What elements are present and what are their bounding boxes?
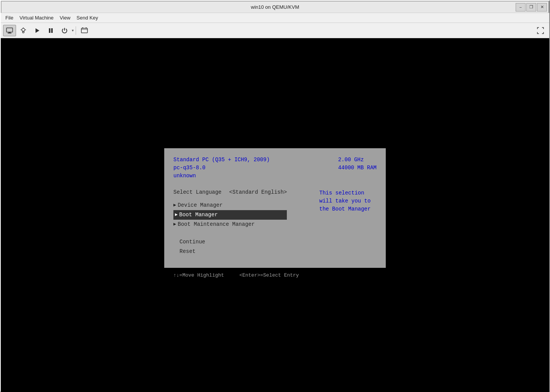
footer-hint-2: <Enter>=Select Entry [239,272,299,278]
toolbar: ▾ [1,23,549,38]
pause-icon [47,27,54,34]
arrow-icon-1: ▶ [175,211,178,219]
power-button[interactable] [58,25,71,36]
window-controls: − ❐ ✕ [516,3,547,11]
arrow-icon-2: ▶ [173,220,176,229]
display-icon [6,27,13,34]
menu-item-device-manager[interactable]: ▶ Device Manager [173,201,287,210]
svg-rect-4 [23,31,24,33]
action-reset[interactable]: Reset [180,247,287,256]
bios-header-left: Standard PC (Q35 + ICH9, 2009) pc-q35-8.… [173,156,270,180]
title-bar: win10 on QEMU/KVM − ❐ ✕ [1,1,549,13]
menu-item-label-0: Device Manager [178,201,223,210]
menu-item-boot-maintenance[interactable]: ▶ Boot Maintenance Manager [173,220,287,229]
svg-rect-1 [8,32,11,33]
play-icon [34,27,40,34]
bios-container: Standard PC (Q35 + ICH9, 2009) pc-q35-8.… [164,148,386,283]
main-content: Standard PC (Q35 + ICH9, 2009) pc-q35-8.… [1,38,549,392]
bios-machine: pc-q35-8.0 [173,164,270,172]
menu-item-label-1: Boot Manager [179,210,218,220]
action-continue[interactable]: Continue [180,237,287,247]
fullscreen-button[interactable] [534,25,547,36]
bios-footer: ↑↓=Move Highlight <Enter>=Select Entry [164,268,386,283]
bios-status: unknown [173,172,270,180]
menu-item-label-2: Boot Maintenance Manager [178,220,255,229]
restore-button[interactable]: ❐ [526,3,536,11]
power-dropdown[interactable]: ▾ [72,28,74,32]
svg-point-3 [22,28,25,31]
screenshot-button[interactable] [78,25,91,36]
bios-menu-items: ▶ Device Manager ▶ Boot Manager ▶ Boot M… [173,201,287,230]
svg-marker-8 [36,28,39,33]
svg-rect-2 [8,33,11,34]
svg-rect-12 [82,28,83,28]
play-button[interactable] [31,25,44,36]
bios-left-panel: Select Language <Standard English> ▶ Dev… [173,189,287,256]
bios-actions: Continue Reset [173,237,287,256]
svg-rect-9 [49,28,50,33]
window-title: win10 on QEMU/KVM [251,4,299,10]
fullscreen-icon [537,27,544,34]
display-button[interactable] [3,25,16,36]
select-language-value: <Standard English> [229,189,287,195]
menu-view[interactable]: View [57,14,73,21]
bios-cpu: 2.00 GHz [338,156,377,164]
bios-ram: 44000 MB RAM [338,164,377,172]
svg-rect-13 [86,28,87,28]
select-language-label: Select Language [173,189,222,195]
toolbar-separator [76,26,76,35]
bulb-icon [20,27,27,34]
bios-model: Standard PC (Q35 + ICH9, 2009) [173,156,270,164]
bios-header-right: 2.00 GHz 44000 MB RAM [338,156,377,180]
svg-rect-0 [6,28,13,32]
bios-right-panel: This selection will take you to the Boot… [315,189,377,256]
arrow-icon-0: ▶ [173,201,176,210]
menu-send-key[interactable]: Send Key [73,14,101,21]
menu-file[interactable]: File [2,14,16,21]
menu-bar: File Virtual Machine View Send Key [1,13,549,23]
bios-menu-area: Select Language <Standard English> ▶ Dev… [173,189,377,256]
bios-description: This selection will take you to the Boot… [319,189,377,213]
power-icon [61,27,68,34]
bios-header: Standard PC (Q35 + ICH9, 2009) pc-q35-8.… [173,156,377,180]
bios-screen[interactable]: Standard PC (Q35 + ICH9, 2009) pc-q35-8.… [164,148,386,268]
svg-rect-10 [51,28,53,33]
minimize-button[interactable]: − [516,3,526,11]
screenshot-icon [81,27,88,34]
menu-item-boot-manager[interactable]: ▶ Boot Manager [173,210,287,220]
menu-virtual-machine[interactable]: Virtual Machine [16,14,57,21]
svg-rect-11 [81,28,87,33]
close-button[interactable]: ✕ [537,3,547,11]
select-language-row: Select Language <Standard English> [173,189,287,195]
footer-hint-1: ↑↓=Move Highlight [173,272,224,278]
pause-button[interactable] [44,25,57,36]
bulb-button[interactable] [17,25,30,36]
